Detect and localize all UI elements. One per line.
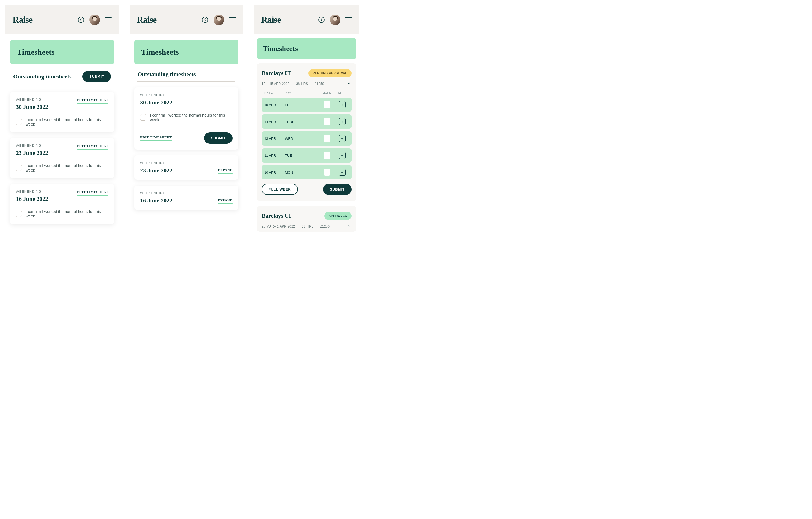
detail-actions: FULL WEEK SUBMIT bbox=[262, 184, 352, 195]
full-day-checkbox[interactable] bbox=[339, 152, 346, 159]
brand-logo: Raise bbox=[261, 15, 281, 25]
confirm-text: I confirm I worked the normal hours for … bbox=[26, 117, 108, 126]
row-day: WED bbox=[285, 137, 318, 141]
grid-header: DATE DAY HALF FULL bbox=[262, 92, 352, 97]
brand-logo: Raise bbox=[137, 15, 156, 25]
timesheet-card: WEEKENDING 23 June 2022 EDIT TIMESHEET I… bbox=[10, 138, 114, 178]
screen-1: Raise Timesheets Outstanding timesheets … bbox=[5, 5, 119, 235]
full-day-checkbox[interactable] bbox=[339, 118, 346, 125]
weekending-label: WEEKENDING bbox=[140, 93, 233, 97]
header-actions bbox=[318, 15, 352, 25]
avatar[interactable] bbox=[330, 15, 341, 25]
logout-icon[interactable] bbox=[77, 16, 85, 24]
status-badge-pending: PENDING APPROVAL bbox=[309, 69, 352, 77]
half-day-checkbox[interactable] bbox=[323, 101, 330, 108]
status-badge-approved: APPROVED bbox=[324, 212, 352, 220]
menu-icon[interactable] bbox=[229, 18, 236, 22]
edit-timesheet-link[interactable]: EDIT TIMESHEET bbox=[77, 144, 108, 150]
row-date: 14 APR bbox=[264, 120, 283, 124]
logout-icon[interactable] bbox=[318, 16, 325, 24]
weekending-label: WEEKENDING bbox=[140, 161, 172, 165]
col-full: FULL bbox=[336, 92, 349, 95]
row-day: FRI bbox=[285, 103, 318, 107]
date-range: 10 – 15 APR 2022 bbox=[262, 82, 289, 86]
brand-logo: Raise bbox=[13, 15, 32, 25]
submit-button[interactable]: SUBMIT bbox=[83, 71, 111, 82]
row-date: 15 APR bbox=[264, 103, 283, 107]
submit-button[interactable]: SUBMIT bbox=[323, 184, 352, 195]
amount: £1250 bbox=[320, 225, 329, 228]
section-title: Outstanding timesheets bbox=[138, 71, 196, 78]
row-day: THUR bbox=[285, 120, 318, 124]
separator bbox=[293, 82, 293, 86]
edit-timesheet-link[interactable]: EDIT TIMESHEET bbox=[77, 190, 108, 196]
edit-timesheet-link[interactable]: EDIT TIMESHEET bbox=[140, 135, 172, 141]
hours: 38 HRS bbox=[301, 225, 314, 228]
card-actions: EDIT TIMESHEET SUBMIT bbox=[140, 133, 233, 144]
date-range: 28 MAR– 1 APR 2022 bbox=[262, 225, 295, 228]
weekending-date: 16 June 2022 bbox=[140, 197, 172, 204]
divider bbox=[138, 81, 235, 82]
project-title: Barclays UI bbox=[262, 70, 291, 77]
confirm-checkbox[interactable] bbox=[140, 114, 146, 120]
half-day-checkbox[interactable] bbox=[323, 152, 330, 159]
edit-timesheet-link[interactable]: EDIT TIMESHEET bbox=[77, 98, 108, 104]
avatar[interactable] bbox=[213, 15, 224, 25]
full-day-checkbox[interactable] bbox=[339, 101, 346, 108]
half-day-checkbox[interactable] bbox=[323, 135, 330, 142]
weekending-date: 23 June 2022 bbox=[140, 167, 172, 174]
expand-link[interactable]: EXPAND bbox=[218, 168, 233, 174]
header-actions bbox=[201, 15, 236, 25]
full-day-checkbox[interactable] bbox=[339, 169, 346, 176]
menu-icon[interactable] bbox=[345, 18, 352, 22]
weekending-date: 23 June 2022 bbox=[16, 150, 48, 156]
header-actions bbox=[77, 15, 112, 25]
timesheet-card: WEEKENDING 30 June 2022 EDIT TIMESHEET I… bbox=[10, 92, 114, 132]
half-day-checkbox[interactable] bbox=[323, 118, 330, 125]
confirm-checkbox[interactable] bbox=[16, 165, 22, 171]
app-header: Raise bbox=[5, 5, 119, 34]
half-day-checkbox[interactable] bbox=[323, 169, 330, 176]
full-week-button[interactable]: FULL WEEK bbox=[262, 184, 298, 195]
menu-icon[interactable] bbox=[105, 18, 112, 22]
avatar[interactable] bbox=[89, 15, 100, 25]
page-content: Timesheets Outstanding timesheets SUBMIT… bbox=[5, 34, 119, 235]
confirm-row: I confirm I worked the normal hours for … bbox=[140, 113, 233, 122]
expand-link[interactable]: EXPAND bbox=[218, 198, 233, 204]
section-head: Outstanding timesheets SUBMIT bbox=[13, 71, 111, 82]
weekending-date: 30 June 2022 bbox=[16, 104, 48, 111]
timesheet-card-collapsed: WEEKENDING 16 June 2022 EXPAND bbox=[134, 185, 238, 210]
day-row: 11 APR TUE bbox=[262, 148, 352, 163]
app-header: Raise bbox=[254, 5, 359, 34]
confirm-checkbox[interactable] bbox=[16, 211, 22, 217]
full-day-checkbox[interactable] bbox=[339, 135, 346, 142]
timesheet-card-collapsed: WEEKENDING 23 June 2022 EXPAND bbox=[134, 155, 238, 180]
separator bbox=[298, 225, 298, 228]
screen-3: Raise Timesheets Barclays UI PENDING APP… bbox=[254, 5, 359, 235]
weekending-label: WEEKENDING bbox=[16, 98, 48, 102]
meta-row: 10 – 15 APR 2022 38 HRS £1250 bbox=[262, 81, 352, 86]
submit-button[interactable]: SUBMIT bbox=[204, 133, 233, 144]
col-half: HALF bbox=[320, 92, 334, 95]
row-day: TUE bbox=[285, 153, 318, 157]
screen-2: Raise Timesheets Outstanding timesheets … bbox=[129, 5, 243, 235]
timesheet-card: WEEKENDING 16 June 2022 EDIT TIMESHEET I… bbox=[10, 184, 114, 224]
confirm-row: I confirm I worked the normal hours for … bbox=[16, 163, 108, 172]
weekending-label: WEEKENDING bbox=[140, 191, 172, 195]
chevron-down-icon[interactable] bbox=[347, 224, 352, 229]
page-content: Timesheets Outstanding timesheets WEEKEN… bbox=[129, 34, 243, 221]
confirm-text: I confirm I worked the normal hours for … bbox=[150, 113, 233, 122]
amount: £1250 bbox=[315, 82, 324, 86]
day-row: 10 APR MON bbox=[262, 165, 352, 179]
project-title: Barclays UI bbox=[262, 212, 291, 219]
confirm-checkbox[interactable] bbox=[16, 119, 22, 125]
page-title: Timesheets bbox=[257, 38, 356, 59]
meta-row: 28 MAR– 1 APR 2022 38 HRS £1250 bbox=[262, 224, 352, 229]
logout-icon[interactable] bbox=[201, 16, 209, 24]
day-row: 13 APR WED bbox=[262, 131, 352, 146]
row-date: 10 APR bbox=[264, 170, 283, 174]
timesheet-detail-card: Barclays UI PENDING APPROVAL 10 – 15 APR… bbox=[257, 63, 356, 201]
chevron-up-icon[interactable] bbox=[347, 81, 352, 86]
row-day: MON bbox=[285, 170, 318, 174]
separator bbox=[317, 225, 317, 228]
